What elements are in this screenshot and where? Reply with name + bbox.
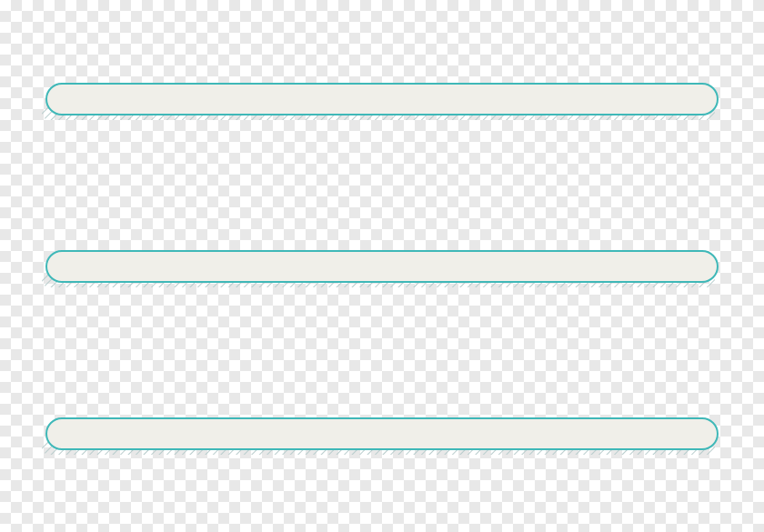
menu-bar-2 [45, 250, 719, 283]
menu-bar-1 [45, 83, 719, 115]
menu-bar-fill [45, 417, 719, 450]
menu-icon [45, 83, 719, 450]
menu-bar-fill [45, 83, 719, 115]
menu-bar-fill [45, 250, 719, 283]
menu-bar-3 [45, 417, 719, 450]
